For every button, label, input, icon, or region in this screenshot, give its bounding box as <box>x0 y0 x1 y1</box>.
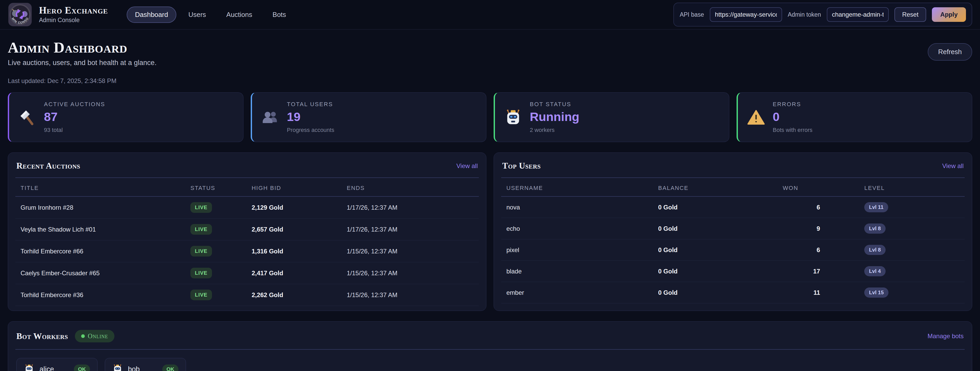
nav-item[interactable]: Users <box>180 6 214 23</box>
user-balance: 0 Gold <box>658 225 783 232</box>
auctions-table: TITLE STATUS HIGH BID ENDS Grum Ironhorn… <box>15 178 479 306</box>
stat-body: ACTIVE AUCTIONS 87 93 total <box>44 101 105 134</box>
user-balance: 0 Gold <box>658 268 783 275</box>
panel-head: Bot Workers Online Manage bots <box>15 329 965 342</box>
auction-ends: 1/15/26, 12:37 AM <box>347 291 474 299</box>
auction-title: Torhild Embercore #36 <box>21 291 190 299</box>
main-nav: Dashboard Users Auctions Bots <box>127 6 294 23</box>
last-updated: Last updated: Dec 7, 2025, 2:34:58 PM <box>8 77 972 84</box>
stat-card-errors: ERRORS 0 Bots with errors <box>737 92 972 142</box>
manage-bots-link[interactable]: Manage bots <box>928 333 964 340</box>
user-username: blade <box>506 268 658 275</box>
user-row: echo 0 Gold 9 Lvl 8 <box>501 218 965 239</box>
auctions-table-body: Grum Ironhorn #28 LIVE 2,129 Gold 1/17/2… <box>15 197 479 306</box>
stat-value: 87 <box>44 110 105 123</box>
robot-icon <box>112 364 123 371</box>
auction-high-bid: 2,129 Gold <box>251 204 347 211</box>
col-balance: BALANCE <box>658 185 783 191</box>
stat-sub: Progress accounts <box>287 127 334 134</box>
app-logo-icon: ADMIN CONSOLE <box>8 2 32 27</box>
user-username: nova <box>506 204 658 211</box>
worker-row: alice OK <box>15 358 965 371</box>
auction-high-bid: 2,262 Gold <box>251 291 347 299</box>
topbar: ADMIN CONSOLE Hero Exchange Admin Consol… <box>0 0 980 30</box>
stat-label: ERRORS <box>773 101 813 108</box>
robot-icon <box>504 102 522 134</box>
auction-title: Caelys Ember-Crusader #65 <box>21 269 190 277</box>
user-row: nova 0 Gold 6 Lvl 11 <box>501 197 965 218</box>
col-high-bid: HIGH BID <box>251 185 347 191</box>
stat-label: TOTAL USERS <box>287 101 334 108</box>
stat-value: 0 <box>773 110 813 123</box>
admin-token-label: Admin token <box>788 11 821 18</box>
brand: ADMIN CONSOLE Hero Exchange Admin Consol… <box>8 2 108 27</box>
user-won: 6 <box>783 246 864 254</box>
apply-button[interactable]: Apply <box>932 7 966 22</box>
live-badge: LIVE <box>190 290 212 300</box>
user-level-cell: Lvl 8 <box>864 223 959 234</box>
worker-ok-badge: OK <box>74 365 90 371</box>
users-icon <box>261 102 279 134</box>
online-status-text: Online <box>88 333 108 340</box>
online-dot-icon <box>81 334 85 338</box>
level-badge: Lvl 4 <box>864 266 886 276</box>
bot-worker-chip: alice OK <box>16 358 97 371</box>
auction-ends: 1/17/26, 12:37 AM <box>347 204 474 211</box>
auction-ends: 1/15/26, 12:37 AM <box>347 269 474 277</box>
main-content: Admin Dashboard Live auctions, users, an… <box>0 30 980 371</box>
admin-token-input[interactable] <box>827 7 889 22</box>
auction-status-cell: LIVE <box>190 290 251 300</box>
warning-icon <box>747 102 765 134</box>
stat-card-bot-status: BOT STATUS Running 2 workers <box>494 92 729 142</box>
reset-button[interactable]: Reset <box>894 7 926 22</box>
api-base-input[interactable] <box>710 7 782 22</box>
users-table-header: USERNAME BALANCE WON LEVEL <box>501 178 965 197</box>
bot-worker-chip: bob OK <box>105 358 186 371</box>
page-subtitle: Live auctions, users, and bot health at … <box>8 59 157 67</box>
user-won: 9 <box>783 225 864 232</box>
auctions-table-header: TITLE STATUS HIGH BID ENDS <box>15 178 479 197</box>
col-username: USERNAME <box>506 185 658 191</box>
stat-label: ACTIVE AUCTIONS <box>44 101 105 108</box>
auction-row: Torhild Embercore #66 LIVE 1,316 Gold 1/… <box>15 240 479 262</box>
brand-title: Hero Exchange <box>39 5 108 16</box>
level-badge: Lvl 8 <box>864 223 886 234</box>
auction-title: Grum Ironhorn #28 <box>21 204 190 211</box>
users-view-all-link[interactable]: View all <box>942 162 964 170</box>
auction-title: Torhild Embercore #66 <box>21 248 190 255</box>
nav-item[interactable]: Auctions <box>218 6 261 23</box>
stat-value: 19 <box>287 110 334 123</box>
panel-head: Recent Auctions View all <box>15 160 479 171</box>
bot-workers-panel: Bot Workers Online Manage bots <box>8 321 972 371</box>
user-level-cell: Lvl 4 <box>864 266 959 276</box>
auctions-view-all-link[interactable]: View all <box>457 162 478 170</box>
user-level-cell: Lvl 11 <box>864 202 959 212</box>
top-users-title: Top Users <box>502 161 541 171</box>
user-balance: 0 Gold <box>658 204 783 211</box>
live-badge: LIVE <box>190 268 212 279</box>
axe-gavel-icon <box>19 102 36 134</box>
brand-subtitle: Admin Console <box>39 17 108 24</box>
page-head-text: Admin Dashboard Live auctions, users, an… <box>8 40 157 67</box>
col-status: STATUS <box>190 185 251 191</box>
user-row: ember 0 Gold 11 Lvl 15 <box>501 282 965 303</box>
page-title: Admin Dashboard <box>8 40 157 55</box>
worker-name: alice <box>40 365 54 371</box>
recent-auctions-title: Recent Auctions <box>16 161 80 171</box>
auction-ends: 1/17/26, 12:37 AM <box>347 226 474 233</box>
user-won: 6 <box>783 204 864 211</box>
worker-name: bob <box>128 365 140 371</box>
level-badge: Lvl 15 <box>864 288 888 298</box>
nav-item[interactable]: Bots <box>264 6 294 23</box>
auction-row: Grum Ironhorn #28 LIVE 2,129 Gold 1/17/2… <box>15 197 479 218</box>
auction-status-cell: LIVE <box>190 268 251 279</box>
brand-text: Hero Exchange Admin Console <box>39 5 108 24</box>
level-badge: Lvl 8 <box>864 245 886 255</box>
nav-item[interactable]: Dashboard <box>127 6 177 23</box>
user-username: pixel <box>506 246 658 254</box>
auction-high-bid: 2,657 Gold <box>251 226 347 233</box>
live-badge: LIVE <box>190 224 212 235</box>
recent-auctions-panel: Recent Auctions View all TITLE STATUS HI… <box>8 153 486 311</box>
user-username: echo <box>506 225 658 232</box>
refresh-button[interactable]: Refresh <box>928 43 972 61</box>
